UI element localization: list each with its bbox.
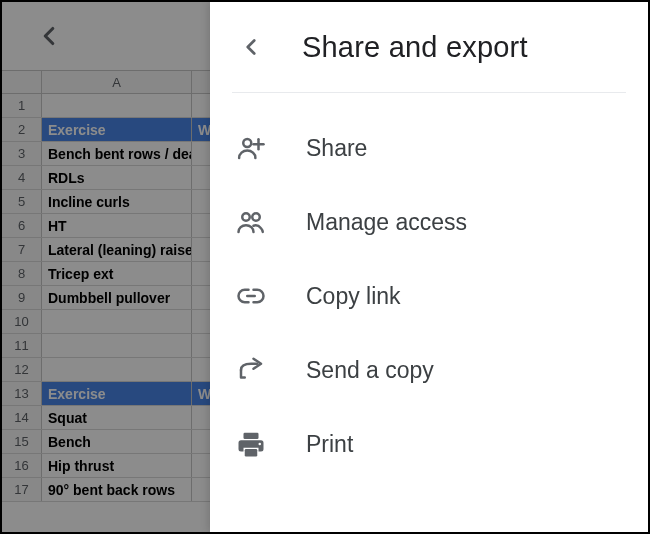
menu-item-label: Copy link (306, 283, 401, 310)
menu-item-label: Share (306, 135, 367, 162)
panel-header: Share and export (210, 2, 648, 92)
print-menu-item[interactable]: Print (210, 407, 648, 481)
link-icon (234, 281, 268, 311)
share-arrow-icon (234, 355, 268, 385)
panel-menu: ShareManage accessCopy linkSend a copyPr… (210, 93, 648, 481)
print-icon (234, 429, 268, 459)
chevron-left-icon (238, 34, 264, 60)
menu-item-label: Manage access (306, 209, 467, 236)
share-export-panel: Share and export ShareManage accessCopy … (210, 2, 648, 532)
panel-title: Share and export (302, 31, 528, 64)
menu-item-label: Print (306, 431, 353, 458)
panel-back-button[interactable] (234, 30, 268, 64)
menu-item-label: Send a copy (306, 357, 434, 384)
people-icon (234, 207, 268, 237)
manage-access-menu-item[interactable]: Manage access (210, 185, 648, 259)
send-copy-menu-item[interactable]: Send a copy (210, 333, 648, 407)
share-menu-item[interactable]: Share (210, 111, 648, 185)
person-plus-icon (234, 133, 268, 163)
copy-link-menu-item[interactable]: Copy link (210, 259, 648, 333)
